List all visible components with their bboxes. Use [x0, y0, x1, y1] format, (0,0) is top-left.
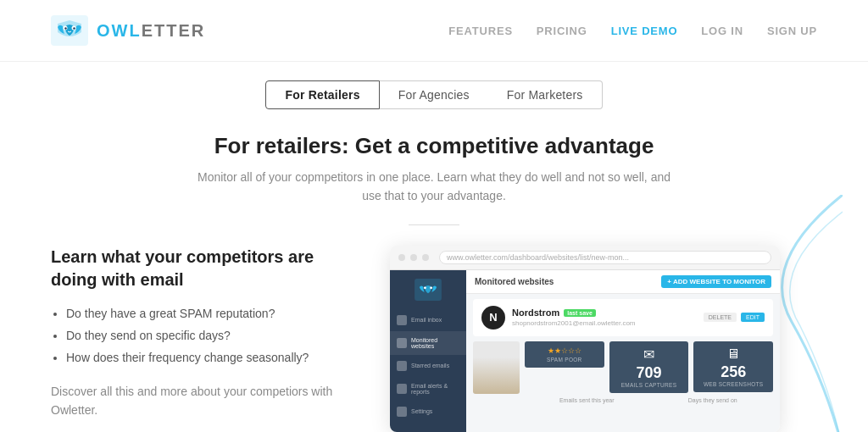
website-email: shopnordstrom2001@email.owletter.com — [512, 319, 697, 327]
website-name: Nordstrom — [512, 307, 559, 318]
emails-sent-label: Emails sent this year — [526, 397, 648, 403]
dashboard-sidebar: Email inbox Monitored websites Starred e… — [390, 270, 466, 432]
website-actions: DELETE EDIT — [704, 313, 765, 322]
right-column: www.owletter.com/dashboard/websites/list… — [390, 246, 817, 432]
monitor-icon — [397, 338, 407, 348]
days-send-label: Days they send on — [653, 397, 774, 403]
edit-button[interactable]: EDIT — [741, 313, 765, 322]
tabs-section: For Retailers For Agencies For Marketers — [0, 80, 868, 109]
tab-retailers[interactable]: For Retailers — [265, 80, 379, 109]
stat-card-emails: ✉ 709 EMAILS CAPTURES — [609, 341, 689, 394]
nav-pricing[interactable]: PRICING — [537, 23, 587, 38]
screenshots-label: WEB SCREENSHOTS — [698, 381, 768, 387]
screenshots-number: 256 — [698, 363, 768, 382]
browser-url-bar: www.owletter.com/dashboard/websites/list… — [439, 251, 771, 264]
star-icon — [397, 361, 407, 371]
svg-point-4 — [73, 27, 75, 29]
list-item: Do they have a great SPAM reputation? — [66, 305, 356, 323]
browser-chrome: www.owletter.com/dashboard/websites/list… — [390, 246, 780, 270]
stat-card-spam: ★★☆☆☆ SPAM POOR — [525, 341, 604, 368]
monitored-websites-title: Monitored websites — [475, 277, 554, 286]
spam-stars: ★★☆☆☆ — [530, 346, 599, 355]
website-info: Nordstrom last save shopnordstrom2001@em… — [512, 307, 697, 327]
navigation: OWLETTER FEATURES PRICING LIVE DEMO LOG … — [0, 0, 868, 62]
dashboard-main-panel: Monitored websites + ADD WEBSITE TO MONI… — [466, 270, 780, 432]
spam-label: SPAM POOR — [530, 357, 599, 363]
feature-list: Do they have a great SPAM reputation? Do… — [51, 305, 356, 367]
delete-button[interactable]: DELETE — [704, 313, 737, 322]
dashboard-logo-icon — [415, 279, 442, 301]
emails-label: EMAILS CAPTURES — [615, 382, 684, 388]
dashboard-mockup: www.owletter.com/dashboard/websites/list… — [390, 246, 780, 432]
website-row-nordstrom: N Nordstrom last save shopnordstrom2001@… — [473, 299, 773, 336]
nav-live-demo[interactable]: LIVE DEMO — [611, 23, 678, 38]
stat-card-screenshots: 🖥 256 WEB SCREENSHOTS — [693, 341, 773, 393]
thumbnail-image — [473, 341, 520, 394]
hero-section: For retailers: Get a competitive advanta… — [0, 133, 868, 206]
nav-features[interactable]: FEATURES — [448, 23, 513, 38]
list-item: Do they send on specific days? — [66, 327, 356, 345]
sidebar-starred-emails[interactable]: Starred emails — [390, 355, 466, 377]
svg-point-7 — [430, 286, 432, 289]
bottom-labels-row: Emails sent this year Days they send on — [520, 394, 780, 403]
email-icon: ✉ — [615, 346, 684, 363]
sidebar-email-inbox[interactable]: Email inbox — [390, 309, 466, 331]
stats-row: ★★☆☆☆ SPAM POOR ✉ 709 EMAILS CAPTURES 🖥 … — [473, 341, 773, 394]
alert-icon — [397, 384, 407, 394]
sidebar-monitored-websites[interactable]: Monitored websites — [390, 331, 466, 355]
nav-login[interactable]: LOG IN — [701, 23, 743, 38]
nav-signup[interactable]: SIGN UP — [767, 23, 817, 38]
main-content: Learn what your competitors are doing wi… — [0, 225, 868, 432]
nordstrom-avatar: N — [481, 306, 505, 330]
browser-dot-yellow — [410, 254, 417, 261]
screenshot-icon: 🖥 — [698, 346, 768, 362]
tab-marketers[interactable]: For Marketers — [488, 80, 603, 109]
dashboard-header: Monitored websites + ADD WEBSITE TO MONI… — [466, 270, 780, 294]
list-item: How does their frequency change seasonal… — [66, 349, 356, 367]
sidebar-settings[interactable]: Settings — [390, 401, 466, 423]
settings-icon — [397, 407, 407, 417]
svg-point-3 — [64, 27, 66, 29]
discover-text: Discover all this and more about your co… — [51, 382, 356, 420]
nordstrom-thumbnail — [473, 341, 520, 394]
logo[interactable]: OWLETTER — [51, 15, 205, 46]
website-live-tag: last save — [564, 309, 596, 317]
left-heading: Learn what your competitors are doing wi… — [51, 246, 356, 291]
hero-title: For retailers: Get a competitive advanta… — [51, 133, 817, 159]
hero-subtitle: Monitor all of your copmpetitors in one … — [188, 168, 680, 206]
emails-number: 709 — [615, 364, 684, 383]
logo-text: OWLETTER — [97, 21, 205, 41]
svg-point-6 — [424, 286, 426, 289]
website-name-row: Nordstrom last save — [512, 307, 697, 318]
left-column: Learn what your competitors are doing wi… — [51, 246, 356, 420]
browser-dot-green — [422, 254, 429, 261]
nav-links: FEATURES PRICING LIVE DEMO LOG IN SIGN U… — [448, 23, 817, 38]
inbox-icon — [397, 315, 407, 325]
sidebar-email-alerts[interactable]: Email alerts & reports — [390, 377, 466, 401]
browser-dot-red — [398, 254, 405, 261]
dashboard-inner: Email inbox Monitored websites Starred e… — [390, 270, 780, 432]
owl-logo-icon — [51, 15, 88, 46]
add-website-button[interactable]: + ADD WEBSITE TO MONITOR — [661, 275, 771, 288]
tab-agencies[interactable]: For Agencies — [380, 80, 488, 109]
